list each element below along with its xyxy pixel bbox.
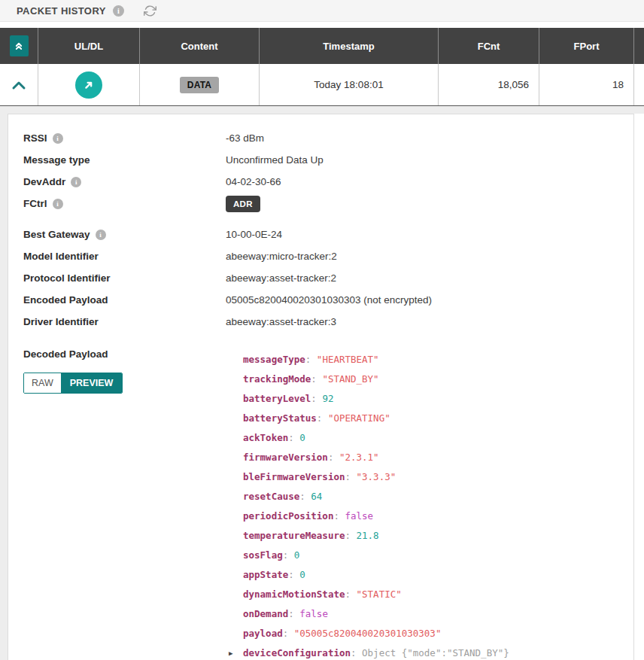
json-key: deviceConfiguration xyxy=(243,647,351,658)
overflow-header-cell xyxy=(634,28,644,64)
field-label: Encoded Payload xyxy=(23,294,226,306)
json-line-batteryLevel: batteryLevel: 92 xyxy=(243,389,509,409)
raw-preview-toggle: RAW PREVIEW xyxy=(23,373,123,394)
json-colon: : xyxy=(311,393,322,404)
json-colon: : xyxy=(299,491,311,502)
fport-cell: 18 xyxy=(539,64,634,105)
refresh-icon[interactable] xyxy=(144,5,156,17)
content-cell: DATA xyxy=(140,64,260,105)
json-line-batteryStatus: batteryStatus: "OPERATING" xyxy=(243,409,509,428)
json-line-trackingMode: trackingMode: "STAND_BY" xyxy=(243,370,509,389)
field-label-text: DevAddr xyxy=(23,176,65,187)
info-icon[interactable]: i xyxy=(96,230,106,240)
adr-badge: ADR xyxy=(226,196,260,212)
field-row-driver-identifier: Driver Identifierabeeway:asset-tracker:3 xyxy=(23,311,618,333)
json-line-appState: appState: 0 xyxy=(243,565,509,585)
field-row-rssi: RSSIi-63 dBm xyxy=(23,127,618,149)
preview-tab[interactable]: PREVIEW xyxy=(61,373,123,393)
json-value: "STAND_BY" xyxy=(322,373,378,385)
field-row-encoded-payload: Encoded Payload05005c820040020301030303 … xyxy=(23,289,618,311)
expand-triangle-icon[interactable]: ▶ xyxy=(229,643,232,660)
json-line-messageType: messageType: "HEARTBEAT" xyxy=(243,350,509,370)
column-header-fport: FPort xyxy=(539,28,634,64)
json-line-bleFirmwareVersion: bleFirmwareVersion: "3.3.3" xyxy=(243,467,509,487)
json-value: "05005c820040020301030303" xyxy=(294,628,442,639)
json-value: "STATIC" xyxy=(357,589,402,600)
json-colon: : xyxy=(345,471,356,482)
json-colon: : xyxy=(305,354,317,365)
overflow-cell xyxy=(634,64,644,105)
json-colon: : xyxy=(333,510,345,522)
content-badge: DATA xyxy=(180,77,219,93)
timestamp-cell: Today 18:08:01 xyxy=(260,64,439,105)
info-icon[interactable]: i xyxy=(53,133,63,144)
field-row-devaddr: DevAddri04-02-30-66 xyxy=(23,171,618,193)
json-key: dynamicMotionState xyxy=(243,589,345,600)
json-line-firmwareVersion: firmwareVersion: "2.3.1" xyxy=(243,448,509,467)
page-title: PACKET HISTORY xyxy=(17,5,106,17)
info-icon[interactable]: i xyxy=(71,177,81,187)
field-label: Model Identifier xyxy=(23,251,226,262)
field-label-text: Protocol Identifier xyxy=(23,272,111,284)
info-icon[interactable]: i xyxy=(53,199,63,209)
column-header-fcnt: FCnt xyxy=(439,28,539,64)
collapse-all-button[interactable] xyxy=(10,35,29,56)
packet-row: DATA Today 18:08:01 18,056 18 xyxy=(0,64,644,105)
json-key: onDemand xyxy=(243,608,288,619)
json-key: temperatureMeasure xyxy=(243,530,345,541)
json-value: 0 xyxy=(299,569,305,580)
field-value: abeeway:asset-tracker:3 xyxy=(226,316,336,327)
json-line-dynamicMotionState: dynamicMotionState: "STATIC" xyxy=(243,585,509,604)
left-gutter xyxy=(0,114,8,660)
right-gutter xyxy=(634,114,644,660)
json-line-ackToken: ackToken: 0 xyxy=(243,428,509,448)
json-value: Object {"mode":"STAND_BY"} xyxy=(362,647,509,658)
field-label-text: RSSI xyxy=(23,132,47,144)
json-line-resetCause: resetCause: 64 xyxy=(243,487,509,506)
decoded-payload-controls: Decoded Payload RAW PREVIEW xyxy=(23,348,226,660)
json-value: 21.8 xyxy=(357,530,379,541)
json-colon: : xyxy=(283,549,294,561)
json-line-deviceConfiguration: ▶deviceConfiguration: Object {"mode":"ST… xyxy=(243,643,509,660)
json-line-periodicPosition: periodicPosition: false xyxy=(243,506,509,526)
field-row-fctrl: FCtrliADR xyxy=(23,193,618,214)
json-line-onDemand: onDemand: false xyxy=(243,604,509,624)
field-value: -63 dBm xyxy=(226,132,264,144)
json-colon: : xyxy=(351,647,362,658)
json-colon: : xyxy=(288,569,299,580)
json-key: ackToken xyxy=(243,432,288,443)
json-value: "OPERATING" xyxy=(328,412,390,424)
json-colon: : xyxy=(311,373,322,385)
json-line-sosFlag: sosFlag: 0 xyxy=(243,546,509,565)
collapse-all-cell xyxy=(0,28,38,64)
json-value: "2.3.1" xyxy=(339,452,379,463)
json-key: messageType xyxy=(243,354,305,365)
column-header-content: Content xyxy=(140,28,260,64)
decoded-payload-label: Decoded Payload xyxy=(23,348,226,360)
field-label: Message type xyxy=(23,154,226,166)
field-label-text: Encoded Payload xyxy=(23,294,108,306)
json-line-payload: payload: "05005c820040020301030303" xyxy=(243,624,509,643)
uldl-cell xyxy=(38,64,140,105)
json-viewer: messageType: "HEARTBEAT"trackingMode: "S… xyxy=(226,348,509,660)
json-value: 92 xyxy=(322,393,333,404)
column-header-uldl: UL/DL xyxy=(38,28,140,64)
field-label-text: FCtrl xyxy=(23,198,47,209)
json-colon: : xyxy=(328,452,339,463)
raw-tab[interactable]: RAW xyxy=(24,373,61,393)
packet-table: UL/DLContentTimestampFCntFPort DA xyxy=(0,28,644,106)
topbar: PACKET HISTORY i xyxy=(0,0,644,22)
row-collapse-cell xyxy=(0,64,38,105)
field-row-protocol-identifier: Protocol Identifierabeeway:asset-tracker… xyxy=(23,267,618,289)
json-key: appState xyxy=(243,569,288,580)
info-icon[interactable]: i xyxy=(113,5,124,17)
field-label: DevAddri xyxy=(23,176,226,187)
collapse-row-chevron-icon[interactable] xyxy=(11,79,27,91)
field-label: Driver Identifier xyxy=(23,316,226,327)
json-colon: : xyxy=(283,628,294,639)
field-value: 04-02-30-66 xyxy=(226,176,281,187)
detail-area: RSSIi-63 dBmMessage typeUnconfirmed Data… xyxy=(0,114,644,660)
json-colon: : xyxy=(317,412,328,424)
field-value: 10-00-0E-24 xyxy=(226,229,282,240)
json-key: batteryStatus xyxy=(243,412,317,424)
